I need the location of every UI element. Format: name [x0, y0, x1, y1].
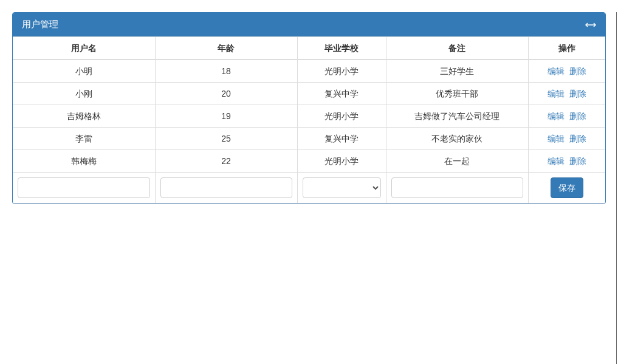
input-cell-name	[13, 173, 155, 204]
table-row: 小刚20复兴中学优秀班干部编辑 删除	[13, 83, 605, 105]
cell-remark: 优秀班干部	[386, 83, 528, 105]
cell-remark: 不老实的家伙	[386, 128, 528, 150]
cell-name: 韩梅梅	[13, 150, 155, 173]
cell-age: 25	[155, 128, 297, 150]
cell-ops: 编辑 删除	[528, 83, 605, 105]
delete-link[interactable]: 删除	[569, 134, 586, 143]
header-ops: 操作	[528, 37, 605, 60]
table-row: 韩梅梅22光明小学在一起编辑 删除	[13, 150, 605, 173]
delete-link[interactable]: 删除	[569, 66, 586, 76]
input-cell-school	[297, 173, 386, 204]
cell-name: 小明	[13, 60, 155, 83]
cell-age: 20	[155, 83, 297, 105]
user-management-panel: 用户管理 用户名 年龄 毕业学校 备注 操作 小明18光明小	[12, 12, 606, 204]
cell-ops: 编辑 删除	[528, 128, 605, 150]
header-name: 用户名	[13, 37, 155, 60]
remark-input[interactable]	[391, 177, 523, 198]
age-input[interactable]	[160, 177, 292, 198]
cell-ops: 编辑 删除	[528, 150, 605, 173]
cell-school: 光明小学	[297, 60, 386, 83]
cell-remark: 吉姆做了汽车公司经理	[386, 105, 528, 128]
delete-link[interactable]: 删除	[569, 156, 586, 166]
cell-age: 22	[155, 150, 297, 173]
cell-age: 18	[155, 60, 297, 83]
panel-title: 用户管理	[22, 19, 58, 30]
save-button[interactable]: 保存	[551, 177, 583, 198]
edit-link[interactable]: 编辑	[548, 156, 565, 166]
cell-name: 吉姆格林	[13, 105, 155, 128]
table-row: 吉姆格林19光明小学吉姆做了汽车公司经理编辑 删除	[13, 105, 605, 128]
edit-link[interactable]: 编辑	[548, 111, 565, 121]
cell-ops: 编辑 删除	[528, 60, 605, 83]
cell-school: 复兴中学	[297, 83, 386, 105]
cell-school: 光明小学	[297, 105, 386, 128]
delete-link[interactable]: 删除	[569, 111, 586, 121]
header-remark: 备注	[386, 37, 528, 60]
input-cell-save: 保存	[528, 173, 605, 204]
table-header-row: 用户名 年龄 毕业学校 备注 操作	[13, 37, 605, 60]
cell-ops: 编辑 删除	[528, 105, 605, 128]
table-row: 小明18光明小学三好学生编辑 删除	[13, 60, 605, 83]
input-cell-remark	[386, 173, 528, 204]
resize-horizontal-icon[interactable]	[585, 22, 596, 28]
cell-remark: 三好学生	[386, 60, 528, 83]
header-age: 年龄	[155, 37, 297, 60]
cell-school: 光明小学	[297, 150, 386, 173]
cell-school: 复兴中学	[297, 128, 386, 150]
delete-link[interactable]: 删除	[569, 89, 586, 98]
cell-age: 19	[155, 105, 297, 128]
edit-link[interactable]: 编辑	[548, 66, 565, 76]
panel-heading: 用户管理	[13, 13, 605, 36]
header-school: 毕业学校	[297, 37, 386, 60]
school-select[interactable]	[303, 177, 381, 198]
input-row: 保存	[13, 173, 605, 204]
edit-link[interactable]: 编辑	[548, 134, 565, 143]
cell-name: 李雷	[13, 128, 155, 150]
table-row: 李雷25复兴中学不老实的家伙编辑 删除	[13, 128, 605, 150]
name-input[interactable]	[18, 177, 150, 198]
cell-remark: 在一起	[386, 150, 528, 173]
edit-link[interactable]: 编辑	[548, 89, 565, 98]
input-cell-age	[155, 173, 297, 204]
cell-name: 小刚	[13, 83, 155, 105]
user-table: 用户名 年龄 毕业学校 备注 操作 小明18光明小学三好学生编辑 删除小刚20复…	[13, 36, 605, 204]
